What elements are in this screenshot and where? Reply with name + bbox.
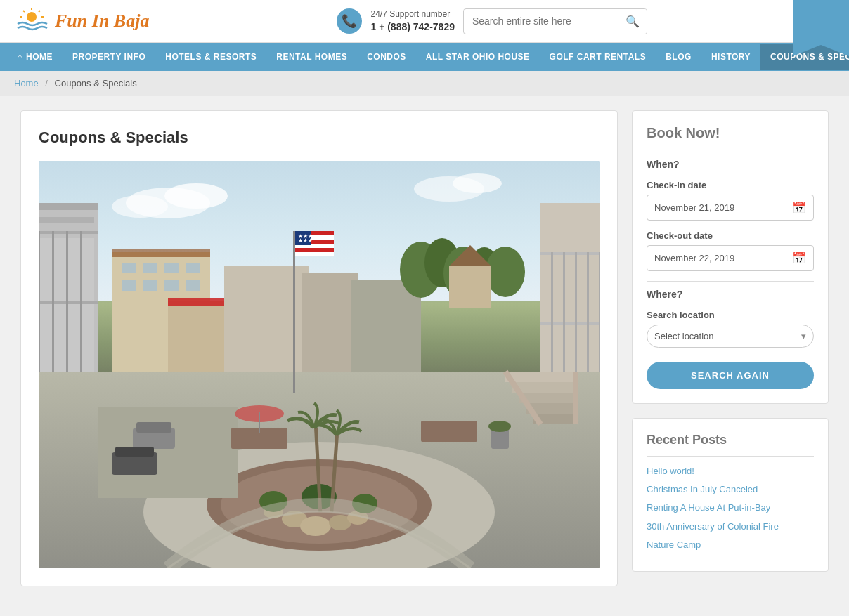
svg-rect-89 (115, 447, 154, 457)
post-link-nature-camp[interactable]: Nature Camp (647, 539, 814, 551)
svg-rect-21 (66, 231, 68, 301)
recent-posts-title: Recent Posts (647, 433, 814, 457)
post-link-renting-house[interactable]: Renting A House At Put-in-Bay (647, 502, 814, 514)
svg-rect-33 (575, 252, 577, 322)
nav-golf-cart[interactable]: GOLF CART RENTALS (540, 44, 656, 70)
svg-point-0 (27, 12, 37, 22)
checkout-label: Check-out date (647, 230, 814, 241)
support-label: 24/7 Support number (370, 8, 454, 20)
svg-line-2 (39, 11, 40, 12)
svg-rect-45 (164, 263, 179, 273)
svg-rect-48 (143, 280, 157, 291)
sidebar: Book Now! When? Check-in date November 2… (632, 110, 829, 586)
svg-rect-43 (122, 263, 136, 273)
calendar-icon-checkout: 📅 (792, 251, 806, 265)
svg-rect-20 (52, 231, 54, 301)
location-select-value: Select location (654, 331, 714, 341)
nav-blog[interactable]: BLOG (656, 44, 701, 70)
phone-icon: 📞 (337, 8, 362, 34)
svg-rect-13 (39, 203, 98, 210)
breadcrumb: Home / Coupons & Specials (0, 71, 849, 96)
svg-rect-14 (39, 217, 94, 223)
home-icon: ⌂ (17, 51, 23, 63)
svg-point-68 (300, 516, 331, 536)
svg-rect-28 (540, 252, 600, 255)
breadcrumb-home[interactable]: Home (14, 78, 39, 89)
checkout-date-value: November 22, 2019 (654, 253, 734, 263)
svg-rect-53 (224, 266, 309, 379)
page-title: Coupons & Specials (39, 129, 600, 147)
nav-condos[interactable]: CONDOS (357, 44, 416, 70)
book-widget-title: Book Now! (647, 125, 814, 150)
main-container: Coupons & Specials (10, 110, 839, 586)
svg-rect-77 (293, 231, 295, 393)
svg-text:★★★: ★★★ (298, 233, 313, 240)
content-area: Coupons & Specials (20, 110, 618, 586)
svg-rect-61 (449, 266, 491, 308)
svg-rect-49 (164, 280, 179, 291)
svg-rect-24 (52, 301, 54, 372)
nav-property-info[interactable]: PROPERTY INFO (63, 44, 155, 70)
svg-rect-95 (512, 382, 576, 393)
search-input[interactable] (464, 10, 618, 32)
svg-point-11 (453, 173, 502, 193)
book-widget: Book Now! When? Check-in date November 2… (632, 110, 829, 404)
post-link-christmas-july[interactable]: Christmas In July Canceled (647, 483, 814, 496)
svg-rect-81 (295, 252, 334, 256)
search-box[interactable]: 🔍 (463, 8, 647, 34)
svg-line-4 (23, 11, 25, 12)
site-header: Fun In Baja 📞 24/7 Support number 1 + (8… (0, 0, 849, 43)
checkin-date-input[interactable]: November 21, 2019 📅 (647, 195, 814, 221)
svg-rect-19 (39, 231, 40, 301)
support-number: 1 + (888) 742-7829 (370, 20, 454, 34)
svg-rect-50 (186, 280, 200, 291)
post-link-hello-world[interactable]: Hello world! (647, 465, 814, 478)
main-nav: ⌂ HOME PROPERTY INFO HOTELS & RESORTS RE… (0, 43, 849, 71)
svg-point-9 (112, 195, 168, 218)
svg-rect-26 (80, 301, 82, 372)
svg-rect-32 (563, 252, 565, 322)
nav-hotels-resorts[interactable]: HOTELS & RESORTS (155, 44, 266, 70)
logo-icon (14, 7, 49, 35)
resort-scene-svg: ★★★ ★★★ (39, 161, 600, 568)
checkout-date-input[interactable]: November 22, 2019 📅 (647, 245, 814, 271)
svg-rect-25 (66, 301, 68, 372)
svg-rect-47 (122, 280, 136, 291)
svg-point-8 (164, 183, 228, 209)
post-link-colonial-fire[interactable]: 30th Anniversary of Colonial Fire (647, 520, 814, 533)
header-center: 📞 24/7 Support number 1 + (888) 742-7829… (149, 8, 835, 34)
checkin-date-value: November 21, 2019 (654, 202, 734, 213)
svg-rect-54 (302, 273, 358, 372)
svg-rect-42 (112, 249, 210, 257)
svg-rect-94 (505, 372, 576, 382)
logo-text: Fun In Baja (55, 11, 149, 32)
chevron-down-icon: ▾ (801, 331, 806, 341)
main-image: ★★★ ★★★ (39, 161, 600, 568)
when-label: When? (647, 159, 814, 170)
svg-rect-91 (421, 421, 477, 442)
nav-all-star-ohio[interactable]: ALL STAR OHIO HOUSE (416, 44, 540, 70)
svg-point-60 (486, 247, 525, 297)
search-again-button[interactable]: SEARCH AGAIN (647, 362, 814, 389)
svg-point-102 (488, 421, 511, 432)
svg-rect-23 (39, 301, 40, 372)
support-info: 24/7 Support number 1 + (888) 742-7829 (370, 8, 454, 34)
checkin-label: Check-in date (647, 180, 814, 190)
nav-home[interactable]: ⌂ HOME (7, 43, 63, 71)
logo[interactable]: Fun In Baja (14, 7, 149, 35)
breadcrumb-separator: / (45, 78, 48, 89)
svg-rect-44 (143, 263, 157, 273)
location-select[interactable]: Select location ▾ (647, 325, 814, 348)
search-location-label: Search location (647, 310, 814, 320)
where-label: Where? (647, 289, 814, 300)
nav-history[interactable]: HISTORY (701, 44, 760, 70)
calendar-icon-checkin: 📅 (792, 201, 806, 214)
breadcrumb-current: Coupons & Specials (55, 78, 137, 89)
search-button[interactable]: 🔍 (618, 9, 647, 34)
svg-rect-46 (186, 263, 200, 273)
nav-rental-homes[interactable]: RENTAL HOMES (266, 44, 357, 70)
recent-posts-widget: Recent Posts Hello world! Christmas In J… (632, 418, 829, 572)
svg-rect-93 (259, 412, 260, 433)
section-divider (647, 281, 814, 282)
svg-rect-34 (587, 252, 589, 322)
